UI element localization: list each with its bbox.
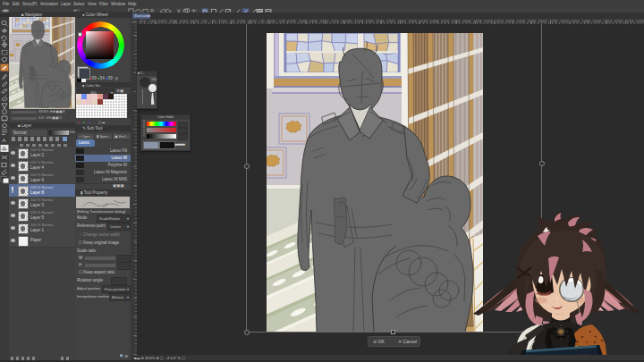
svg-text:A: A — [2, 138, 6, 144]
